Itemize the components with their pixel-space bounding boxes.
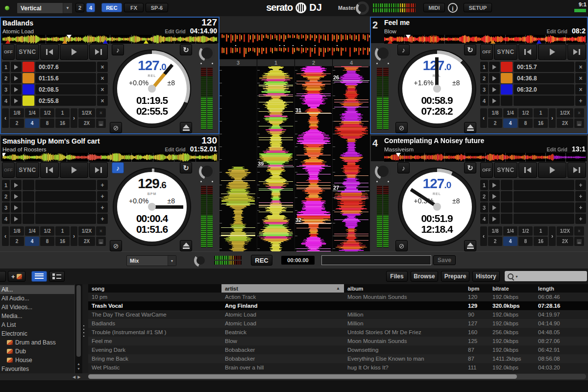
sidebar-item[interactable]: All... bbox=[0, 285, 74, 294]
loop-size-button[interactable]: 8 bbox=[40, 119, 54, 128]
info-icon[interactable]: i bbox=[448, 3, 458, 13]
loop-next-button[interactable]: › bbox=[549, 108, 556, 128]
loop-size-button[interactable]: 1/4 bbox=[503, 108, 517, 118]
table-row[interactable]: Trouble (Instrumental #1 SM )BeatnickUnt… bbox=[88, 328, 588, 337]
loop-size-button[interactable]: 1/8 bbox=[10, 108, 24, 118]
sidebar-item[interactable]: Dub bbox=[0, 347, 74, 356]
sync-off-button[interactable]: OFF bbox=[480, 44, 493, 60]
track-overview[interactable] bbox=[384, 153, 586, 162]
record-source-select[interactable]: Mix ▼ bbox=[126, 255, 176, 266]
loop-size-button[interactable]: 1 bbox=[55, 226, 70, 236]
partial-button[interactable] bbox=[0, 271, 6, 282]
loop-size-button[interactable]: 1/4 bbox=[25, 226, 39, 236]
table-row[interactable]: Evening DarkBobabackerDownsetting87192.0… bbox=[88, 345, 588, 354]
channel-filter-knob[interactable] bbox=[375, 163, 391, 179]
column-header[interactable]: song bbox=[88, 286, 221, 292]
sync-off-button[interactable]: OFF bbox=[480, 162, 493, 178]
slip-mode-button[interactable]: ⊘ bbox=[395, 240, 408, 251]
next-track-button[interactable] bbox=[567, 44, 586, 60]
eject-button[interactable] bbox=[180, 122, 192, 133]
history-tab[interactable]: History bbox=[472, 271, 500, 282]
keylock-button[interactable]: ♪ bbox=[112, 44, 124, 55]
cue-add-button[interactable]: + bbox=[575, 180, 586, 190]
loop-size-button[interactable]: 8 bbox=[518, 119, 533, 128]
loop-size-button[interactable]: 1/2 bbox=[40, 226, 54, 236]
loop-size-button[interactable]: 1/8 bbox=[488, 108, 502, 118]
track-overview[interactable] bbox=[2, 153, 217, 162]
cue-play-button[interactable] bbox=[11, 202, 22, 213]
next-track-button[interactable] bbox=[567, 162, 586, 178]
loop-size-button[interactable]: 16 bbox=[534, 237, 548, 246]
edit-grid-button[interactable]: Edit Grid bbox=[165, 147, 185, 152]
sidebar-item[interactable]: All Audio... bbox=[0, 294, 74, 303]
play-button[interactable] bbox=[538, 44, 566, 60]
sync-button[interactable]: SYNC bbox=[494, 44, 517, 60]
eject-button[interactable] bbox=[464, 122, 476, 133]
layout-select[interactable]: Vertical ▼ bbox=[17, 2, 73, 14]
loop-double-button[interactable]: 2X bbox=[557, 119, 573, 128]
autoloop-button[interactable]: ↻ bbox=[180, 44, 192, 55]
platter[interactable]: 127.0REL+0.3%±800:51.912:18.4 bbox=[398, 168, 476, 246]
loop-size-button[interactable]: 2 bbox=[10, 237, 24, 246]
table-row[interactable]: 10 pmAction TrackMoon Mountain Sounds120… bbox=[88, 293, 588, 301]
deck-count-2-button[interactable]: 2 bbox=[75, 3, 84, 12]
loop-size-button[interactable]: 1 bbox=[534, 226, 548, 236]
album-view-button[interactable] bbox=[49, 271, 65, 282]
loop-double-button[interactable]: 2X bbox=[78, 119, 95, 128]
loop-size-button[interactable]: 1 bbox=[534, 108, 548, 118]
loop-double-button[interactable]: 2X bbox=[557, 237, 573, 246]
cue-play-button[interactable] bbox=[11, 96, 22, 106]
loop-prev-button[interactable]: ‹ bbox=[2, 108, 9, 128]
previous-track-button[interactable] bbox=[40, 44, 59, 60]
cue-play-button[interactable] bbox=[489, 202, 500, 213]
loop-clear-button[interactable]: × bbox=[574, 108, 584, 118]
cue-play-button[interactable] bbox=[11, 62, 22, 72]
rec-panel-button[interactable]: REC bbox=[101, 3, 122, 12]
sidebar-item[interactable]: Electronic bbox=[0, 329, 74, 338]
cue-add-button[interactable]: + bbox=[575, 96, 586, 106]
midi-button[interactable]: MIDI bbox=[423, 3, 445, 12]
autoloop-button[interactable]: ↻ bbox=[180, 162, 192, 173]
track-overview[interactable] bbox=[384, 35, 586, 44]
panel-resize-handle[interactable] bbox=[83, 325, 84, 337]
loop-size-button[interactable]: 1/2 bbox=[518, 108, 533, 118]
loop-size-button[interactable]: 2 bbox=[488, 119, 502, 128]
loop-prev-button[interactable]: ‹ bbox=[2, 226, 9, 246]
channel-filter-knob[interactable] bbox=[375, 45, 391, 61]
table-row[interactable]: Bring me BackBobabackerEverything Else K… bbox=[88, 354, 588, 363]
waveform-columns[interactable]: 2631392732 bbox=[220, 66, 370, 267]
files-tab[interactable]: Files bbox=[386, 271, 408, 282]
scrollbar-thumb[interactable] bbox=[88, 374, 517, 379]
cue-play-button[interactable] bbox=[489, 191, 500, 201]
previous-track-button[interactable] bbox=[518, 162, 537, 178]
eject-button[interactable] bbox=[180, 240, 192, 251]
cue-play-button[interactable] bbox=[11, 180, 22, 190]
loop-size-button[interactable]: 16 bbox=[55, 237, 70, 246]
save-recording-button[interactable]: Save bbox=[433, 255, 456, 265]
table-row[interactable]: The Day The Great WarCameAtomic LoadMill… bbox=[88, 310, 588, 319]
sidebar-item[interactable]: House bbox=[0, 356, 74, 365]
loop-half-button[interactable]: 1/2X bbox=[557, 226, 573, 236]
cue-delete-button[interactable]: × bbox=[97, 73, 108, 83]
cue-play-button[interactable] bbox=[489, 73, 500, 83]
add-crate-button[interactable]: + bbox=[8, 271, 25, 282]
loop-prev-button[interactable]: ‹ bbox=[480, 108, 487, 128]
sidebar-item[interactable]: A List bbox=[0, 320, 74, 329]
edit-grid-button[interactable]: Edit Grid bbox=[547, 29, 567, 34]
prepare-tab[interactable]: Prepare bbox=[441, 271, 469, 282]
loop-size-button[interactable]: 4 bbox=[25, 237, 39, 246]
cue-delete-button[interactable]: × bbox=[97, 62, 108, 72]
cue-play-button[interactable] bbox=[489, 84, 500, 95]
sidebar-item[interactable]: All Videos... bbox=[0, 303, 74, 312]
loop-size-button[interactable]: 1/2 bbox=[518, 226, 533, 236]
scrollbar-thumb[interactable] bbox=[76, 285, 81, 357]
loop-save-button[interactable] bbox=[574, 237, 584, 246]
cue-add-button[interactable]: + bbox=[97, 180, 108, 190]
column-header[interactable]: bpm bbox=[465, 286, 489, 292]
next-track-button[interactable] bbox=[89, 162, 108, 178]
loop-next-button[interactable]: › bbox=[71, 108, 77, 128]
loop-size-button[interactable]: 1/8 bbox=[488, 226, 502, 236]
loop-next-button[interactable]: › bbox=[549, 226, 556, 246]
autoloop-button[interactable]: ↻ bbox=[464, 44, 476, 55]
channel-filter-knob[interactable] bbox=[199, 45, 215, 61]
